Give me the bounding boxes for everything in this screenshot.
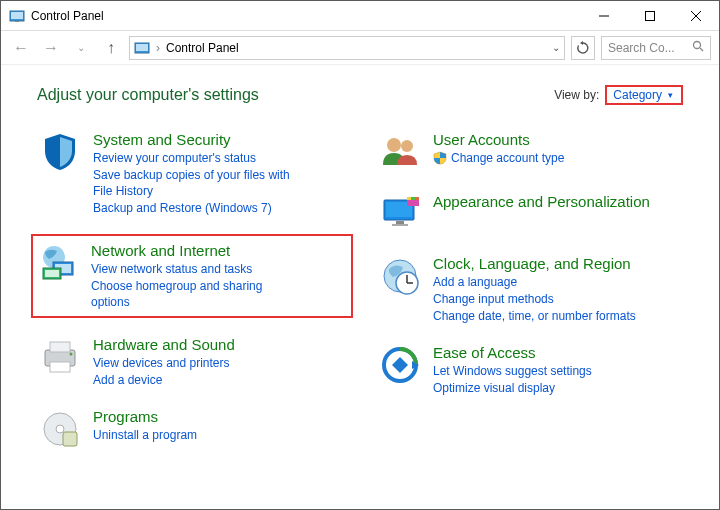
svg-rect-30 xyxy=(407,197,411,200)
svg-rect-18 xyxy=(50,362,70,372)
back-button[interactable]: ← xyxy=(9,36,33,60)
category-ease-of-access: Ease of Access Let Windows suggest setti… xyxy=(377,342,683,398)
svg-rect-1 xyxy=(11,12,23,19)
category-sublink[interactable]: Change input methods xyxy=(433,291,636,307)
category-sublink[interactable]: Review your computer's status xyxy=(93,150,303,166)
window-buttons xyxy=(581,1,719,31)
svg-rect-31 xyxy=(411,197,415,200)
refresh-button[interactable] xyxy=(571,36,595,60)
monitor-icon xyxy=(379,193,421,235)
category-title[interactable]: Hardware and Sound xyxy=(93,336,235,354)
category-title[interactable]: Clock, Language, and Region xyxy=(433,255,636,273)
svg-point-9 xyxy=(694,42,701,49)
close-button[interactable] xyxy=(673,1,719,31)
category-title[interactable]: System and Security xyxy=(93,131,303,149)
navbar: ← → ⌄ ↑ › Control Panel ⌄ Search Co... xyxy=(1,31,719,65)
chevron-down-icon[interactable]: ⌄ xyxy=(552,42,560,53)
svg-marker-38 xyxy=(392,357,408,373)
category-user-accounts: User Accounts Change account type xyxy=(377,129,683,175)
control-panel-icon xyxy=(9,8,25,24)
category-appearance-personalization: Appearance and Personalization xyxy=(377,191,683,237)
category-sublink[interactable]: Add a device xyxy=(93,372,235,388)
disc-icon xyxy=(39,408,81,450)
left-column: System and Security Review your computer… xyxy=(37,129,343,452)
content: Adjust your computer's settings View by:… xyxy=(1,65,719,462)
shield-icon xyxy=(39,131,81,173)
category-network-internet: Network and Internet View network status… xyxy=(31,234,353,318)
category-sublink[interactable]: Change account type xyxy=(433,150,564,166)
category-hardware-sound: Hardware and Sound View devices and prin… xyxy=(37,334,343,390)
chevron-down-icon: ▾ xyxy=(668,90,673,100)
category-sublink[interactable]: Backup and Restore (Windows 7) xyxy=(93,200,303,216)
svg-point-23 xyxy=(387,138,401,152)
category-sublink[interactable]: View devices and printers xyxy=(93,355,235,371)
users-icon xyxy=(379,131,421,173)
svg-rect-2 xyxy=(15,21,19,22)
minimize-button[interactable] xyxy=(581,1,627,31)
search-icon xyxy=(692,40,704,55)
search-input[interactable]: Search Co... xyxy=(601,36,711,60)
svg-rect-27 xyxy=(396,221,404,224)
svg-point-24 xyxy=(401,140,413,152)
viewby-label: View by: xyxy=(554,88,599,102)
breadcrumb-location[interactable]: Control Panel xyxy=(166,41,239,55)
category-title[interactable]: Ease of Access xyxy=(433,344,592,362)
svg-point-21 xyxy=(56,425,64,433)
category-clock-language-region: Clock, Language, and Region Add a langua… xyxy=(377,253,683,326)
up-button[interactable]: ↑ xyxy=(99,36,123,60)
maximize-button[interactable] xyxy=(627,1,673,31)
recent-dropdown[interactable]: ⌄ xyxy=(69,36,93,60)
category-sublink[interactable]: Save backup copies of your files with Fi… xyxy=(93,167,303,199)
address-bar[interactable]: › Control Panel ⌄ xyxy=(129,36,565,60)
category-sublink[interactable]: Let Windows suggest settings xyxy=(433,363,592,379)
category-sublink[interactable]: Optimize visual display xyxy=(433,380,592,396)
printer-icon xyxy=(39,336,81,378)
category-title[interactable]: Programs xyxy=(93,408,197,426)
category-sublink[interactable]: View network status and tasks xyxy=(91,261,301,277)
svg-rect-22 xyxy=(63,432,77,446)
svg-rect-15 xyxy=(45,270,59,277)
svg-point-19 xyxy=(70,353,73,356)
page-title: Adjust your computer's settings xyxy=(37,86,554,104)
category-sublink[interactable]: Uninstall a program xyxy=(93,427,197,443)
svg-rect-8 xyxy=(136,44,148,51)
uac-shield-icon xyxy=(433,151,447,165)
category-sublink[interactable]: Add a language xyxy=(433,274,636,290)
globe-network-icon xyxy=(37,242,79,284)
svg-rect-17 xyxy=(50,342,70,352)
category-system-security: System and Security Review your computer… xyxy=(37,129,343,218)
clock-globe-icon xyxy=(379,255,421,297)
category-programs: Programs Uninstall a program xyxy=(37,406,343,452)
category-grid: System and Security Review your computer… xyxy=(37,129,683,452)
svg-rect-28 xyxy=(392,224,408,226)
chevron-right-icon: › xyxy=(156,41,160,55)
right-column: User Accounts Change account type Appear… xyxy=(377,129,683,452)
titlebar: Control Panel xyxy=(1,1,719,31)
category-sublink[interactable]: Choose homegroup and sharing options xyxy=(91,278,301,310)
svg-rect-4 xyxy=(646,11,655,20)
viewby-dropdown[interactable]: Category ▾ xyxy=(605,85,683,105)
search-placeholder: Search Co... xyxy=(608,41,675,55)
viewby-value: Category xyxy=(613,88,662,102)
category-title[interactable]: Network and Internet xyxy=(91,242,301,260)
control-panel-icon xyxy=(134,40,150,56)
category-title[interactable]: Appearance and Personalization xyxy=(433,193,650,211)
forward-button[interactable]: → xyxy=(39,36,63,60)
svg-rect-32 xyxy=(415,197,419,200)
header-row: Adjust your computer's settings View by:… xyxy=(37,85,683,105)
category-title[interactable]: User Accounts xyxy=(433,131,564,149)
svg-line-10 xyxy=(700,48,703,51)
category-sublink[interactable]: Change date, time, or number formats xyxy=(433,308,636,324)
window-title: Control Panel xyxy=(31,9,581,23)
ease-of-access-icon xyxy=(379,344,421,386)
